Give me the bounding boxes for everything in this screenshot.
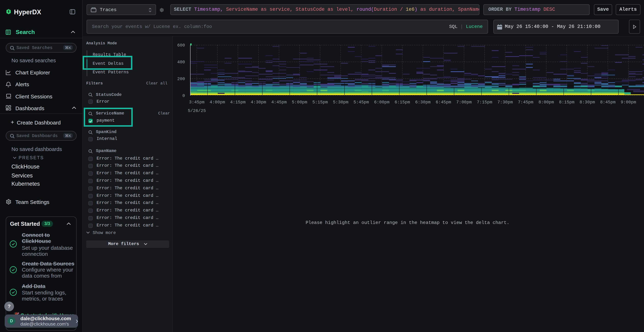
svg-text:6:30pm: 6:30pm bbox=[415, 100, 430, 105]
svg-text:0: 0 bbox=[182, 94, 185, 98]
svg-text:8:30pm: 8:30pm bbox=[580, 100, 595, 105]
svg-text:5/26/25: 5/26/25 bbox=[188, 108, 206, 113]
svg-text:6:15pm: 6:15pm bbox=[395, 100, 410, 105]
svg-text:200: 200 bbox=[177, 76, 185, 82]
svg-text:5:45pm: 5:45pm bbox=[354, 100, 369, 105]
svg-text:4:30pm: 4:30pm bbox=[251, 100, 266, 105]
svg-text:7:30pm: 7:30pm bbox=[497, 100, 513, 105]
svg-text:6:00pm: 6:00pm bbox=[374, 100, 390, 105]
svg-text:4:15pm: 4:15pm bbox=[230, 100, 246, 105]
svg-text:7:00pm: 7:00pm bbox=[456, 100, 472, 105]
svg-text:6:45pm: 6:45pm bbox=[436, 100, 451, 105]
svg-text:3:45pm: 3:45pm bbox=[189, 100, 204, 105]
svg-text:5:30pm: 5:30pm bbox=[333, 100, 348, 105]
svg-text:400: 400 bbox=[177, 60, 185, 64]
svg-text:7:45pm: 7:45pm bbox=[518, 100, 533, 105]
svg-text:8:45pm: 8:45pm bbox=[600, 100, 616, 105]
svg-text:Please highlight an outlier ra: Please highlight an outlier range in the… bbox=[306, 220, 510, 226]
svg-text:600: 600 bbox=[177, 43, 185, 48]
svg-text:8:00pm: 8:00pm bbox=[538, 100, 554, 105]
svg-text:5:00pm: 5:00pm bbox=[292, 100, 307, 105]
svg-text:8:15pm: 8:15pm bbox=[559, 100, 574, 105]
svg-text:9:00pm: 9:00pm bbox=[621, 100, 636, 105]
svg-text:7:15pm: 7:15pm bbox=[477, 100, 492, 105]
svg-text:4:00pm: 4:00pm bbox=[210, 100, 225, 105]
svg-text:5:15pm: 5:15pm bbox=[312, 100, 328, 105]
svg-text:4:45pm: 4:45pm bbox=[271, 100, 286, 105]
